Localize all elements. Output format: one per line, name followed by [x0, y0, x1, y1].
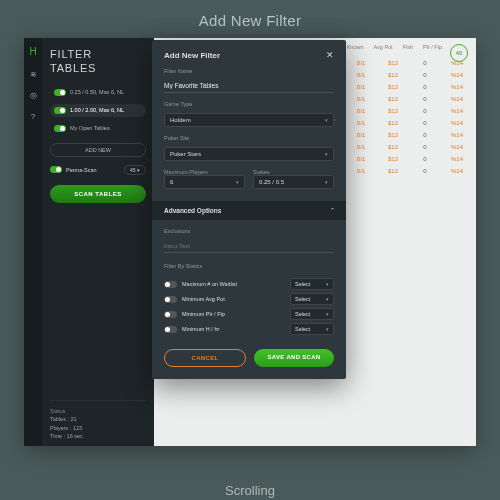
advanced-options-header[interactable]: Advanced Options ˄ [152, 201, 346, 220]
stat-label: Minimum Avg Pot [182, 296, 285, 302]
col-known[interactable]: Known [347, 44, 364, 50]
table-header: Known Avg Pot Fish Plr / Flp [347, 44, 442, 50]
filter-label: 1.00 / 2.00, Max 6, NL [70, 107, 124, 113]
add-filter-modal: Add New Filter ✕ Filter Name Game Type H… [152, 40, 346, 379]
chevron-down-icon: ▾ [325, 179, 328, 185]
poker-site-select[interactable]: Poker Stars ▾ [164, 147, 334, 161]
app-logo[interactable]: H [27, 46, 39, 58]
stat-label: Maximum # on Waitlist [182, 281, 285, 287]
chevron-down-icon: ▾ [325, 151, 328, 157]
perma-scan-row: Perma-Scan 45 ▾ [50, 165, 146, 175]
filter-label: 0.25 / 0.50, Max 6, NL [70, 89, 124, 95]
filter-label: My Open Tables [70, 125, 110, 131]
stat-label: Minimum Plr / Flp [182, 311, 285, 317]
toggle-icon[interactable] [54, 89, 66, 96]
stat-select[interactable]: Select▾ [290, 308, 334, 320]
advanced-heading: Advanced Options [164, 207, 221, 214]
status-tables: Tables : 21 [50, 415, 146, 423]
filter-row[interactable]: 1.00 / 2.00, Max 6, NL [50, 104, 146, 117]
modal-title: Add New Filter [164, 51, 220, 60]
toggle-icon[interactable] [164, 311, 177, 318]
stat-row: Maximum # on WaitlistSelect▾ [164, 278, 334, 290]
col-plrflp[interactable]: Plr / Flp [423, 44, 442, 50]
filter-row[interactable]: 0.25 / 0.50, Max 6, NL [50, 86, 146, 99]
nav-strip: H ≋ ◎ ? [24, 38, 42, 446]
game-type-value: Holdem [170, 117, 191, 123]
wifi-icon[interactable]: ≋ [30, 70, 37, 79]
col-avgpot[interactable]: Avg Pot [373, 44, 392, 50]
range-pill[interactable]: 45 ▾ [124, 165, 146, 175]
stakes-value: 0.25 / 0.5 [259, 179, 284, 185]
perma-scan-label: Perma-Scan [66, 167, 97, 173]
stat-row: Minimum Plr / FlpSelect▾ [164, 308, 334, 320]
filter-list: 0.25 / 0.50, Max 6, NL 1.00 / 2.00, Max … [50, 86, 146, 135]
chevron-up-icon: ˄ [331, 207, 334, 214]
toggle-icon[interactable] [54, 107, 66, 114]
exclusions-input[interactable] [164, 241, 334, 253]
scan-tables-button[interactable]: SCAN TABLES [50, 185, 146, 203]
cancel-button[interactable]: CANCEL [164, 349, 246, 367]
poker-site-value: Poker Stars [170, 151, 201, 157]
stat-select[interactable]: Select▾ [290, 278, 334, 290]
add-new-button[interactable]: ADD NEW [50, 143, 146, 157]
stakes-select[interactable]: 0.25 / 0.5 ▾ [253, 175, 334, 189]
stat-select[interactable]: Select▾ [290, 323, 334, 335]
close-icon[interactable]: ✕ [326, 50, 334, 60]
chevron-down-icon: ▾ [325, 117, 328, 123]
status-time: Time : 16 sec [50, 432, 146, 440]
target-icon[interactable]: ◎ [30, 91, 37, 100]
max-players-value: 6 [170, 179, 173, 185]
help-icon[interactable]: ? [31, 112, 35, 121]
filter-name-input[interactable] [164, 80, 334, 93]
stat-select[interactable]: Select▾ [290, 293, 334, 305]
game-type-label: Game Type [164, 101, 334, 107]
sidebar: FILTERTABLES 0.25 / 0.50, Max 6, NL 1.00… [42, 38, 154, 446]
page-title: Add New Filter [0, 0, 500, 37]
toggle-icon[interactable] [164, 281, 177, 288]
toggle-icon[interactable] [164, 326, 177, 333]
stat-row: Minimum H / hrSelect▾ [164, 323, 334, 335]
game-type-select[interactable]: Holdem ▾ [164, 113, 334, 127]
stat-label: Minimum H / hr [182, 326, 285, 332]
status-players: Players : 123 [50, 424, 146, 432]
stat-row: Minimum Avg PotSelect▾ [164, 293, 334, 305]
chevron-down-icon: ▾ [236, 179, 239, 185]
exclusions-label: Exclusions [164, 228, 334, 234]
save-and-scan-button[interactable]: SAVE AND SCAN [254, 349, 334, 367]
filter-row[interactable]: My Open Tables [50, 122, 146, 135]
col-fish[interactable]: Fish [403, 44, 413, 50]
toggle-icon[interactable] [164, 296, 177, 303]
filter-by-statics-label: Filter By Statics [164, 263, 334, 269]
max-players-select[interactable]: 6 ▾ [164, 175, 245, 189]
page-footer-label: Scrolling [0, 483, 500, 498]
toggle-icon[interactable] [54, 125, 66, 132]
status-block: Status Tables : 21 Players : 123 Time : … [50, 400, 146, 440]
toggle-icon[interactable] [50, 166, 62, 173]
poker-site-label: Poker Site [164, 135, 334, 141]
sidebar-heading: FILTERTABLES [50, 48, 146, 76]
filter-name-label: Filter Name [164, 68, 334, 74]
status-heading: Status [50, 407, 146, 415]
